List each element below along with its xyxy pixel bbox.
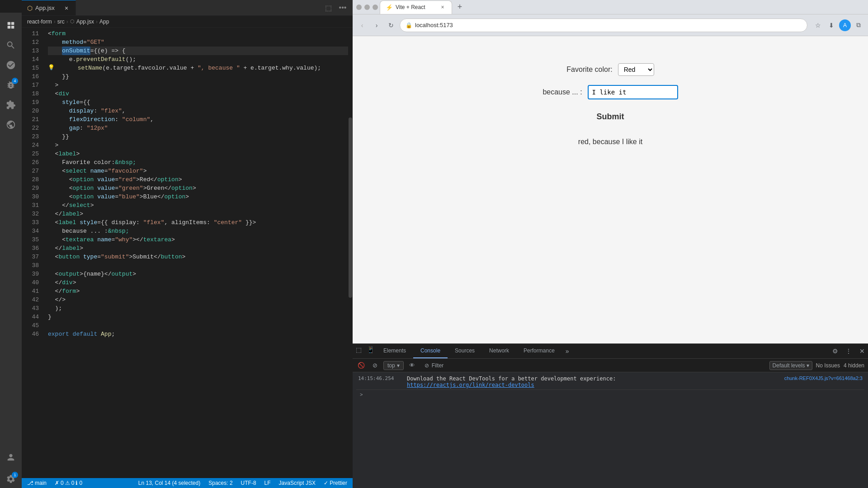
breadcrumb-app-symbol[interactable]: App	[99, 19, 109, 25]
forward-btn[interactable]: ›	[371, 19, 382, 31]
code-line-39: <output>{name}</output>	[48, 270, 349, 278]
devtools-tab-elements[interactable]: Elements	[376, 344, 413, 358]
console-expand-arrow[interactable]: >	[356, 390, 864, 399]
formatter-status[interactable]: ✓ Prettier	[322, 478, 349, 488]
devtools-inspect-btn[interactable]: ⬚	[353, 344, 364, 356]
code-line-34: because ... :&nbsp;	[48, 227, 349, 235]
devtools-more-options-btn[interactable]: ⋮	[843, 345, 854, 357]
console-stop-btn[interactable]: ⊘	[370, 361, 380, 371]
indentation-label: Spaces: 2	[208, 480, 232, 486]
devtools-tab-console[interactable]: Console	[413, 344, 448, 358]
reload-btn[interactable]: ↻	[385, 19, 397, 31]
console-default-levels-btn[interactable]: Default levels ▾	[769, 361, 812, 370]
eol-status[interactable]: LF	[263, 478, 273, 488]
activity-git[interactable]	[2, 56, 20, 74]
editor-tab-appjsx[interactable]: ⬡ App.jsx ×	[22, 0, 76, 15]
devtools-tab-network[interactable]: Network	[482, 344, 516, 358]
breadcrumb-src[interactable]: src	[57, 19, 65, 25]
status-right: Ln 13, Col 14 (4 selected) Spaces: 2 UTF…	[137, 478, 349, 488]
back-btn[interactable]: ‹	[356, 19, 368, 31]
code-line-25: <label>	[48, 150, 349, 158]
warning-count: 0	[71, 480, 75, 486]
devtools-right-icons: ⚙ ⋮ ✕	[829, 344, 868, 358]
address-bar[interactable]: 🔒 localhost:5173	[400, 19, 807, 32]
activity-search[interactable]	[2, 36, 20, 54]
new-browser-tab-btn[interactable]: +	[454, 1, 466, 13]
code-line-46: export default App;	[48, 330, 349, 338]
git-branch-status[interactable]: ⎇ main	[25, 478, 48, 488]
code-line-29: <option value="green">Green</option>	[48, 184, 349, 192]
git-icon: ⎇	[27, 480, 33, 486]
because-textarea[interactable]: I like it	[588, 85, 678, 99]
no-issues-label: No Issues	[816, 362, 840, 369]
code-content[interactable]: <form method="GET" onSubmit={(e) => { e.…	[44, 28, 353, 478]
code-line-20: display: "flex",	[48, 107, 349, 115]
activity-bar: 4 1	[0, 13, 22, 488]
code-line-45	[48, 321, 349, 330]
tab-close-btn[interactable]: ×	[63, 5, 70, 12]
submit-button[interactable]: Submit	[597, 108, 624, 125]
info-icon: ℹ	[75, 480, 78, 486]
console-filter-icon: ⊘	[425, 362, 429, 369]
code-line-43: );	[48, 304, 349, 313]
activity-settings[interactable]: 1	[2, 470, 20, 488]
bookmark-icon[interactable]: ☆	[812, 19, 824, 31]
encoding-status[interactable]: UTF-8	[239, 478, 258, 488]
activity-explorer[interactable]	[2, 16, 20, 34]
code-line-28: <option value="red">Red</option>	[48, 175, 349, 184]
console-content: 14:15:46.254 Download the React DevTools…	[353, 372, 868, 488]
console-top-dropdown[interactable]: top ▾	[383, 361, 404, 370]
browser-content: Favorite color: Red Green Blue because .…	[353, 36, 868, 488]
code-line-36: </label>	[48, 244, 349, 253]
console-entry-1: 14:15:46.254 Download the React DevTools…	[356, 374, 864, 390]
devtools-device-btn[interactable]: 📱	[364, 344, 376, 356]
code-editor[interactable]: 11 12 13 14 15 16 17 18 19 20 21 22 23 2…	[22, 28, 353, 478]
activity-account[interactable]	[2, 448, 20, 466]
profile-btn[interactable]: A	[839, 19, 851, 31]
console-react-devtools-link[interactable]: https://reactjs.org/link/react-devtools	[407, 382, 534, 388]
code-line-42: </>	[48, 296, 349, 304]
code-line-18: <div	[48, 89, 349, 98]
devtools-more-tabs-btn[interactable]: »	[562, 344, 573, 358]
split-editor-btn[interactable]: ⬚	[322, 1, 335, 14]
activity-extensions[interactable]	[2, 96, 20, 114]
more-actions-btn[interactable]: •••	[336, 1, 349, 14]
browser-tab-vite-react[interactable]: ⚡ Vite + React ×	[380, 0, 452, 14]
devtools-settings-btn[interactable]: ⚙	[829, 345, 841, 357]
devtools-tab-sources[interactable]: Sources	[448, 344, 482, 358]
info-count: 0	[79, 480, 82, 486]
browser-tab-bar: ⚡ Vite + React × +	[353, 0, 868, 14]
cursor-position-status[interactable]: Ln 13, Col 14 (4 selected)	[137, 478, 202, 488]
language-status[interactable]: JavaScript JSX	[277, 478, 317, 488]
code-line-44: }	[48, 313, 349, 321]
tab-label: App.jsx	[35, 5, 55, 11]
devtools-tab-performance[interactable]: Performance	[516, 344, 562, 358]
favorite-color-select[interactable]: Red Green Blue	[618, 63, 654, 76]
breadcrumb-react-form[interactable]: react-form	[27, 19, 52, 25]
code-line-38	[48, 261, 349, 270]
formatter-label: ✓ Prettier	[324, 480, 347, 486]
browser-dot-2	[364, 5, 370, 10]
code-line-41: </form>	[48, 287, 349, 296]
console-filter-area[interactable]: ⊘ Filter	[421, 361, 448, 370]
console-eye-btn[interactable]: 👁	[407, 361, 417, 371]
extensions-icon[interactable]: ⧉	[853, 19, 864, 31]
breadcrumb-appjsx[interactable]: App.jsx	[76, 19, 94, 25]
scrollbar-thumb[interactable]	[349, 117, 352, 298]
activity-debug[interactable]: 4	[2, 76, 20, 94]
code-line-26: Favorite color:&nbsp;	[48, 158, 349, 167]
activity-remote[interactable]	[2, 116, 20, 134]
vertical-scrollbar[interactable]	[348, 28, 353, 478]
svg-rect-3	[11, 26, 14, 28]
eol-label: LF	[264, 480, 271, 486]
console-source-link[interactable]: chunk-REF0X4J5.js?v=661468a2:3	[784, 375, 863, 381]
devtools-panel: ⬚ 📱 Elements Console Sources Network Per…	[353, 343, 868, 488]
indentation-status[interactable]: Spaces: 2	[207, 478, 234, 488]
errors-status[interactable]: ✗ 0 ⚠ 0 ℹ 0	[53, 478, 84, 488]
browser-tab-close-btn[interactable]: ×	[439, 4, 446, 11]
console-clear-btn[interactable]: 🚫	[356, 361, 366, 371]
form-row-because: because ... : I like it	[542, 85, 678, 99]
devtools-close-btn[interactable]: ✕	[856, 345, 868, 357]
code-line-12: method="GET"	[48, 38, 349, 47]
download-icon[interactable]: ⬇	[826, 19, 837, 31]
